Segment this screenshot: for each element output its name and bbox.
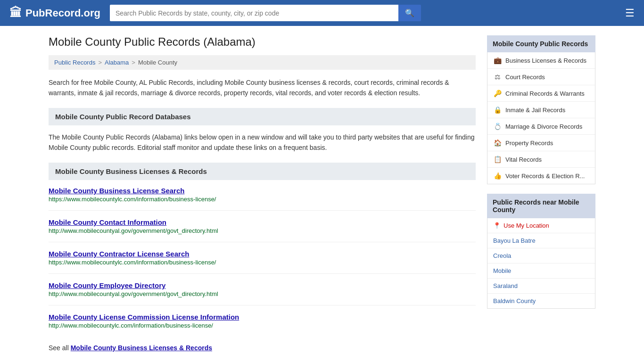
sidebar-item-icon: 💼 [493,57,502,64]
sidebar-item-label: Marriage & Divorce Records [505,123,582,130]
record-entry: Mobile County Contact Information http:/… [49,218,476,242]
near-list-item[interactable]: 📍 Use My Location [487,218,595,233]
content-area: Mobile County Public Records (Alabama) P… [49,35,476,352]
search-icon: 🔍 [405,9,414,17]
near-list-item[interactable]: Bayou La Batre [487,233,595,248]
sidebar-item-icon: 📋 [493,156,502,163]
biz-section-header: Mobile County Business Licenses & Record… [49,163,476,180]
near-list-item[interactable]: Mobile [487,263,595,279]
hamburger-icon: ☰ [625,7,635,19]
search-input[interactable] [110,5,398,21]
use-location-label: Use My Location [504,222,549,229]
record-entry: Mobile County Contractor License Search … [49,250,476,274]
sidebar-item-label: Business Licenses & Records [505,57,586,64]
hamburger-button[interactable]: ☰ [625,7,635,19]
record-url: http://www.mobilecountylc.com/informatio… [49,322,476,329]
sidebar-item[interactable]: 💼 Business Licenses & Records [487,52,595,69]
sidebar-item-icon: 👍 [493,172,502,180]
record-title[interactable]: Mobile County Contact Information [49,218,476,226]
record-title[interactable]: Mobile County Business License Search [49,187,476,195]
sidebar-section-records: Mobile County Public Records 💼 Business … [487,35,595,184]
records-list: Mobile County Business License Search ht… [49,187,476,337]
sidebar-item-label: Court Records [505,74,545,81]
header: 🏛 PubRecord.org 🔍 ☰ [0,0,644,26]
sidebar-item[interactable]: 👍 Voter Records & Election R... [487,168,595,184]
sidebar: Mobile County Public Records 💼 Business … [487,35,595,352]
sidebar-item-label: Criminal Records & Warrants [505,90,585,97]
breadcrumb: Public Records > Alabama > Mobile County [49,55,476,70]
search-bar: 🔍 [110,5,421,21]
record-url: https://www.mobilecountylc.com/informati… [49,196,476,203]
breadcrumb-public-records[interactable]: Public Records [54,59,95,66]
sidebar-item-label: Property Records [505,140,553,147]
sidebar-item[interactable]: ⚖ Court Records [487,69,595,85]
use-location: 📍 Use My Location [493,222,589,229]
see-all-link[interactable]: Mobile County Business Licenses & Record… [71,344,212,352]
record-title[interactable]: Mobile County Employee Directory [49,281,476,289]
sidebar-item[interactable]: 🔑 Criminal Records & Warrants [487,85,595,102]
sidebar-near-list: 📍 Use My Location Bayou La BatreCreolaMo… [487,218,595,309]
breadcrumb-alabama[interactable]: Alabama [105,59,129,66]
sidebar-item-icon: 🔒 [493,106,502,114]
breadcrumb-sep-1: > [98,59,102,66]
sidebar-item-icon: 💍 [493,123,502,130]
near-list-item[interactable]: Creola [487,248,595,263]
breadcrumb-sep-2: > [132,59,135,66]
sidebar-section1-title: Mobile County Public Records [487,35,595,52]
db-section-header: Mobile County Public Record Databases [49,108,476,125]
sidebar-item-label: Voter Records & Election R... [505,173,585,180]
near-list-item[interactable]: Saraland [487,279,595,294]
record-url: http://www.mobilecountyal.gov/government… [49,227,476,234]
see-all-text: See all [49,344,71,352]
sidebar-item-icon: 🏠 [493,139,502,147]
sidebar-section-near: Public Records near Mobile County 📍 Use … [487,194,595,309]
record-url: http://www.mobilecountyal.gov/government… [49,290,476,297]
description: Search for free Mobile County, AL Public… [49,77,476,99]
near-list-item[interactable]: Baldwin County [487,294,595,308]
sidebar-records-list: 💼 Business Licenses & Records⚖ Court Rec… [487,52,595,184]
search-button[interactable]: 🔍 [398,5,421,21]
breadcrumb-current: Mobile County [138,59,177,66]
db-description: The Mobile County Public Records (Alabam… [49,132,476,153]
record-title[interactable]: Mobile County License Commission License… [49,313,476,321]
sidebar-item-label: Inmate & Jail Records [505,107,565,114]
sidebar-item-label: Vital Records [505,156,542,163]
location-icon: 📍 [493,222,501,229]
sidebar-item[interactable]: 📋 Vital Records [487,151,595,168]
logo-text: PubRecord.org [25,7,100,19]
sidebar-item[interactable]: 🏠 Property Records [487,135,595,151]
see-all: See all Mobile County Business Licenses … [49,344,476,352]
sidebar-item[interactable]: 🔒 Inmate & Jail Records [487,102,595,118]
record-title[interactable]: Mobile County Contractor License Search [49,250,476,258]
page-title: Mobile County Public Records (Alabama) [49,35,476,49]
sidebar-section2-title: Public Records near Mobile County [487,194,595,218]
record-url: https://www.mobilecountylc.com/informati… [49,259,476,266]
main-container: Mobile County Public Records (Alabama) P… [39,26,605,361]
sidebar-item[interactable]: 💍 Marriage & Divorce Records [487,118,595,135]
logo[interactable]: 🏛 PubRecord.org [9,6,100,20]
logo-icon: 🏛 [9,6,22,20]
record-entry: Mobile County License Commission License… [49,313,476,337]
record-entry: Mobile County Business License Search ht… [49,187,476,211]
record-entry: Mobile County Employee Directory http://… [49,281,476,305]
sidebar-item-icon: ⚖ [493,73,502,81]
sidebar-item-icon: 🔑 [493,90,502,97]
